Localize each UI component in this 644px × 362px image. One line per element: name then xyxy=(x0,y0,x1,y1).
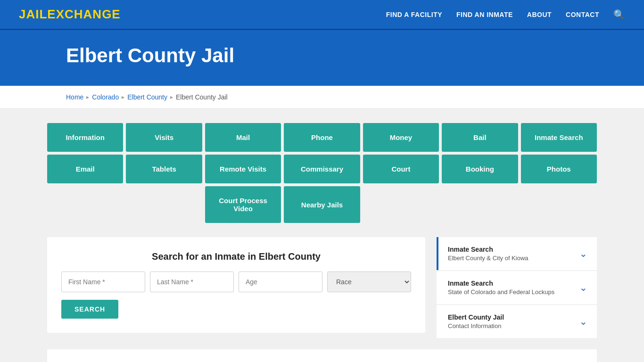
btn-inmate-search[interactable]: Inmate Search xyxy=(521,123,597,152)
nav-links: FIND A FACILITY FIND AN INMATE ABOUT CON… xyxy=(386,9,625,20)
empty-5 xyxy=(521,186,597,223)
sidebar-item-title-2: Inmate Search xyxy=(448,280,554,287)
search-form: Race xyxy=(61,272,411,292)
sidebar-item-sub-3: Contact Information xyxy=(448,322,504,329)
navbar: JAILEXCHANGE FIND A FACILITY FIND AN INM… xyxy=(0,0,644,30)
site-logo[interactable]: JAILEXCHANGE xyxy=(19,7,121,22)
breadcrumb-sep-2: ▸ xyxy=(122,94,124,100)
age-input[interactable] xyxy=(239,272,322,292)
sidebar-item-title-3: Elbert County Jail xyxy=(448,313,504,321)
empty-4 xyxy=(442,186,518,223)
find-inmate-link[interactable]: FIND AN INMATE xyxy=(456,11,513,18)
search-icon[interactable]: 🔍 xyxy=(613,9,625,20)
chevron-down-icon-1: ⌄ xyxy=(579,248,587,259)
first-name-input[interactable] xyxy=(61,272,145,292)
empty-3 xyxy=(363,186,439,223)
page-title: Elbert County Jail xyxy=(66,44,625,67)
empty-2 xyxy=(126,186,202,223)
logo-jail: JAIL xyxy=(19,7,47,21)
chevron-down-icon-3: ⌄ xyxy=(579,316,587,327)
search-button[interactable]: SEARCH xyxy=(61,300,118,319)
btn-nearby-jails[interactable]: Nearby Jails xyxy=(284,186,360,223)
btn-email[interactable]: Email xyxy=(47,155,123,183)
btn-court[interactable]: Court xyxy=(363,155,439,183)
breadcrumb-home[interactable]: Home xyxy=(66,93,83,101)
sidebar-item-sub-1: Elbert County & City of Kiowa xyxy=(448,255,528,262)
contact-link[interactable]: CONTACT xyxy=(566,11,599,18)
btn-photos[interactable]: Photos xyxy=(521,155,597,183)
sidebar-item-title-1: Inmate Search xyxy=(448,246,528,253)
btn-booking[interactable]: Booking xyxy=(442,155,518,183)
logo-exchange: EXCHANGE xyxy=(47,7,120,21)
btn-visits[interactable]: Visits xyxy=(126,123,202,152)
empty-1 xyxy=(47,186,123,223)
btn-money[interactable]: Money xyxy=(363,123,439,152)
sidebar-inmate-search-county[interactable]: Inmate Search Elbert County & City of Ki… xyxy=(437,237,597,270)
btn-bail[interactable]: Bail xyxy=(442,123,518,152)
grid-row-2: Email Tablets Remote Visits Commissary C… xyxy=(47,155,597,183)
breadcrumb-elbert-county[interactable]: Elbert County xyxy=(127,93,167,101)
sidebar: Inmate Search Elbert County & City of Ki… xyxy=(437,237,597,338)
search-title: Search for an Inmate in Elbert County xyxy=(61,251,411,262)
grid-row-1: Information Visits Mail Phone Money Bail… xyxy=(47,123,597,152)
main-content: Information Visits Mail Phone Money Bail… xyxy=(0,109,644,362)
hero-section: Elbert County Jail xyxy=(0,30,644,86)
btn-phone[interactable]: Phone xyxy=(284,123,360,152)
race-select[interactable]: Race xyxy=(327,272,411,292)
breadcrumb-sep-1: ▸ xyxy=(86,94,89,100)
breadcrumb: Home ▸ Colorado ▸ Elbert County ▸ Elbert… xyxy=(0,86,644,109)
sidebar-item-sub-2: State of Colorado and Federal Lockups xyxy=(448,288,554,296)
btn-mail[interactable]: Mail xyxy=(205,123,281,152)
chevron-down-icon-2: ⌄ xyxy=(579,282,587,293)
btn-court-process-video[interactable]: Court Process Video xyxy=(205,186,281,223)
about-link[interactable]: ABOUT xyxy=(527,11,552,18)
breadcrumb-colorado[interactable]: Colorado xyxy=(92,93,119,101)
find-facility-link[interactable]: FIND A FACILITY xyxy=(386,11,442,18)
breadcrumb-current: Elbert County Jail xyxy=(176,93,228,101)
btn-information[interactable]: Information xyxy=(47,123,123,152)
last-name-input[interactable] xyxy=(150,272,234,292)
btn-remote-visits[interactable]: Remote Visits xyxy=(205,155,281,183)
breadcrumb-sep-3: ▸ xyxy=(170,94,173,100)
bottom-info-section: Elbert County Jail Information xyxy=(47,349,597,362)
grid-row-3: Court Process Video Nearby Jails xyxy=(47,186,597,223)
lower-section: Search for an Inmate in Elbert County Ra… xyxy=(47,237,597,338)
btn-commissary[interactable]: Commissary xyxy=(284,155,360,183)
sidebar-contact-info[interactable]: Elbert County Jail Contact Information ⌄ xyxy=(437,305,597,338)
sidebar-inmate-search-state[interactable]: Inmate Search State of Colorado and Fede… xyxy=(437,271,597,304)
search-box: Search for an Inmate in Elbert County Ra… xyxy=(47,237,425,333)
btn-tablets[interactable]: Tablets xyxy=(126,155,202,183)
